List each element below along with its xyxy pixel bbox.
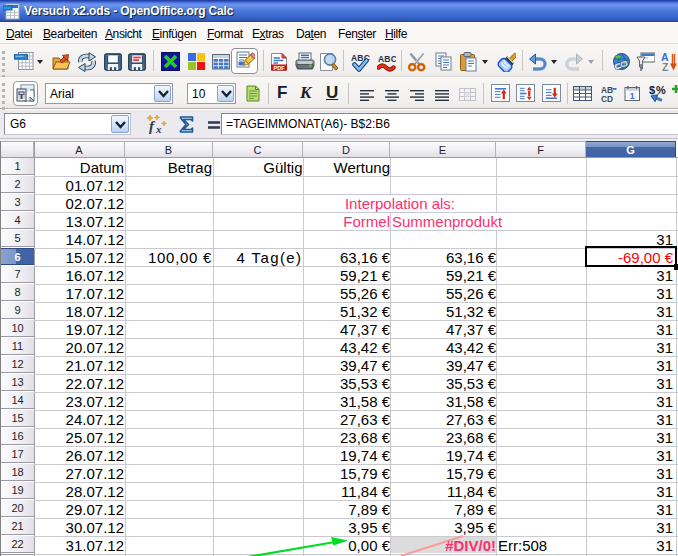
svg-text:f: f [149,118,156,134]
svg-text:x: x [155,123,162,135]
svg-text:CD: CD [601,94,613,102]
svg-text:$: $ [649,85,655,96]
svg-text:PDF: PDF [273,65,285,71]
svg-text:1: 1 [630,91,635,101]
svg-text:ABC: ABC [378,54,396,64]
svg-text:Z: Z [662,61,669,72]
